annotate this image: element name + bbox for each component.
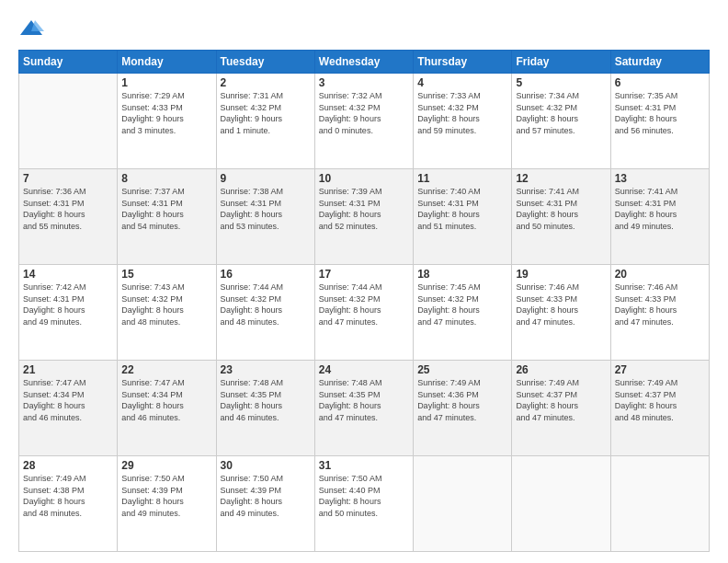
- day-info: Sunrise: 7:41 AM Sunset: 4:31 PM Dayligh…: [615, 186, 705, 232]
- calendar-cell: 24Sunrise: 7:48 AM Sunset: 4:35 PM Dayli…: [314, 361, 413, 456]
- day-info: Sunrise: 7:44 AM Sunset: 4:32 PM Dayligh…: [221, 282, 311, 327]
- calendar-cell: 17Sunrise: 7:44 AM Sunset: 4:32 PM Dayli…: [314, 265, 413, 361]
- calendar-cell: 29Sunrise: 7:50 AM Sunset: 4:39 PM Dayli…: [118, 456, 216, 552]
- weekday-header-saturday: Saturday: [610, 51, 709, 74]
- calendar-cell: 28Sunrise: 7:49 AM Sunset: 4:38 PM Dayli…: [19, 456, 118, 552]
- day-info: Sunrise: 7:40 AM Sunset: 4:31 PM Dayligh…: [417, 186, 507, 232]
- day-info: Sunrise: 7:34 AM Sunset: 4:32 PM Dayligh…: [516, 90, 606, 136]
- weekday-header-monday: Monday: [118, 51, 216, 74]
- day-number: 16: [221, 268, 311, 281]
- day-info: Sunrise: 7:46 AM Sunset: 4:33 PM Dayligh…: [516, 282, 606, 327]
- calendar-cell: 4Sunrise: 7:33 AM Sunset: 4:32 PM Daylig…: [414, 74, 512, 169]
- calendar-cell: 5Sunrise: 7:34 AM Sunset: 4:32 PM Daylig…: [512, 74, 610, 169]
- calendar-cell: [512, 456, 610, 552]
- day-info: Sunrise: 7:42 AM Sunset: 4:31 PM Dayligh…: [23, 282, 113, 327]
- calendar-table: SundayMondayTuesdayWednesdayThursdayFrid…: [18, 50, 710, 552]
- day-info: Sunrise: 7:46 AM Sunset: 4:33 PM Dayligh…: [615, 282, 705, 327]
- day-info: Sunrise: 7:49 AM Sunset: 4:37 PM Dayligh…: [615, 377, 705, 423]
- calendar-cell: 13Sunrise: 7:41 AM Sunset: 4:31 PM Dayli…: [610, 169, 709, 265]
- week-row-1: 1Sunrise: 7:29 AM Sunset: 4:33 PM Daylig…: [19, 74, 710, 169]
- day-info: Sunrise: 7:35 AM Sunset: 4:31 PM Dayligh…: [615, 90, 705, 136]
- day-number: 11: [417, 172, 507, 185]
- day-info: Sunrise: 7:48 AM Sunset: 4:35 PM Dayligh…: [319, 377, 409, 423]
- calendar-cell: 22Sunrise: 7:47 AM Sunset: 4:34 PM Dayli…: [118, 361, 216, 456]
- day-number: 6: [615, 76, 705, 89]
- day-number: 18: [417, 268, 507, 281]
- day-number: 1: [121, 76, 211, 89]
- calendar-cell: 2Sunrise: 7:31 AM Sunset: 4:32 PM Daylig…: [216, 74, 314, 169]
- day-number: 17: [319, 268, 409, 281]
- day-info: Sunrise: 7:37 AM Sunset: 4:31 PM Dayligh…: [121, 186, 211, 232]
- svg-marker-1: [31, 20, 44, 31]
- calendar-header: SundayMondayTuesdayWednesdayThursdayFrid…: [19, 51, 710, 74]
- day-info: Sunrise: 7:33 AM Sunset: 4:32 PM Dayligh…: [417, 90, 507, 136]
- calendar-cell: 19Sunrise: 7:46 AM Sunset: 4:33 PM Dayli…: [512, 265, 610, 361]
- day-number: 23: [221, 363, 311, 376]
- day-info: Sunrise: 7:44 AM Sunset: 4:32 PM Dayligh…: [319, 282, 409, 327]
- week-row-5: 28Sunrise: 7:49 AM Sunset: 4:38 PM Dayli…: [19, 456, 710, 552]
- calendar-cell: 11Sunrise: 7:40 AM Sunset: 4:31 PM Dayli…: [414, 169, 512, 265]
- day-info: Sunrise: 7:29 AM Sunset: 4:33 PM Dayligh…: [121, 90, 211, 136]
- day-number: 3: [319, 76, 409, 89]
- calendar-cell: [610, 456, 709, 552]
- calendar-cell: 31Sunrise: 7:50 AM Sunset: 4:40 PM Dayli…: [314, 456, 413, 552]
- weekday-header-tuesday: Tuesday: [216, 51, 314, 74]
- day-info: Sunrise: 7:47 AM Sunset: 4:34 PM Dayligh…: [23, 377, 113, 423]
- day-number: 31: [319, 459, 409, 472]
- day-info: Sunrise: 7:45 AM Sunset: 4:32 PM Dayligh…: [417, 282, 507, 327]
- day-number: 29: [121, 459, 211, 472]
- day-info: Sunrise: 7:31 AM Sunset: 4:32 PM Dayligh…: [221, 90, 311, 136]
- week-row-2: 7Sunrise: 7:36 AM Sunset: 4:31 PM Daylig…: [19, 169, 710, 265]
- calendar-cell: [19, 74, 118, 169]
- day-info: Sunrise: 7:36 AM Sunset: 4:31 PM Dayligh…: [23, 186, 113, 232]
- day-number: 28: [23, 459, 113, 472]
- day-number: 15: [121, 268, 211, 281]
- calendar-cell: 14Sunrise: 7:42 AM Sunset: 4:31 PM Dayli…: [19, 265, 118, 361]
- header: [18, 17, 710, 42]
- day-info: Sunrise: 7:50 AM Sunset: 4:39 PM Dayligh…: [121, 473, 211, 519]
- day-info: Sunrise: 7:39 AM Sunset: 4:31 PM Dayligh…: [319, 186, 409, 232]
- calendar-cell: 3Sunrise: 7:32 AM Sunset: 4:32 PM Daylig…: [314, 74, 413, 169]
- calendar-cell: 6Sunrise: 7:35 AM Sunset: 4:31 PM Daylig…: [610, 74, 709, 169]
- calendar-cell: 1Sunrise: 7:29 AM Sunset: 4:33 PM Daylig…: [118, 74, 216, 169]
- calendar-body: 1Sunrise: 7:29 AM Sunset: 4:33 PM Daylig…: [19, 74, 710, 552]
- day-number: 4: [417, 76, 507, 89]
- day-info: Sunrise: 7:50 AM Sunset: 4:39 PM Dayligh…: [221, 473, 311, 519]
- calendar-cell: [414, 456, 512, 552]
- calendar-cell: 8Sunrise: 7:37 AM Sunset: 4:31 PM Daylig…: [118, 169, 216, 265]
- day-number: 26: [516, 363, 606, 376]
- day-number: 27: [615, 363, 705, 376]
- day-number: 30: [221, 459, 311, 472]
- calendar-cell: 12Sunrise: 7:41 AM Sunset: 4:31 PM Dayli…: [512, 169, 610, 265]
- day-number: 12: [516, 172, 606, 185]
- day-number: 20: [615, 268, 705, 281]
- day-number: 22: [121, 363, 211, 376]
- day-info: Sunrise: 7:49 AM Sunset: 4:36 PM Dayligh…: [417, 377, 507, 423]
- day-info: Sunrise: 7:50 AM Sunset: 4:40 PM Dayligh…: [319, 473, 409, 519]
- day-info: Sunrise: 7:41 AM Sunset: 4:31 PM Dayligh…: [516, 186, 606, 232]
- day-info: Sunrise: 7:43 AM Sunset: 4:32 PM Dayligh…: [121, 282, 211, 327]
- day-number: 14: [23, 268, 113, 281]
- day-info: Sunrise: 7:49 AM Sunset: 4:38 PM Dayligh…: [23, 473, 113, 519]
- calendar-cell: 26Sunrise: 7:49 AM Sunset: 4:37 PM Dayli…: [512, 361, 610, 456]
- day-number: 13: [615, 172, 705, 185]
- day-info: Sunrise: 7:49 AM Sunset: 4:37 PM Dayligh…: [516, 377, 606, 423]
- day-info: Sunrise: 7:32 AM Sunset: 4:32 PM Dayligh…: [319, 90, 409, 136]
- day-number: 9: [221, 172, 311, 185]
- calendar-cell: 21Sunrise: 7:47 AM Sunset: 4:34 PM Dayli…: [19, 361, 118, 456]
- day-info: Sunrise: 7:47 AM Sunset: 4:34 PM Dayligh…: [121, 377, 211, 423]
- day-info: Sunrise: 7:38 AM Sunset: 4:31 PM Dayligh…: [221, 186, 311, 232]
- weekday-header-wednesday: Wednesday: [314, 51, 413, 74]
- logo-icon: [18, 17, 44, 42]
- week-row-4: 21Sunrise: 7:47 AM Sunset: 4:34 PM Dayli…: [19, 361, 710, 456]
- day-number: 8: [121, 172, 211, 185]
- calendar-cell: 15Sunrise: 7:43 AM Sunset: 4:32 PM Dayli…: [118, 265, 216, 361]
- day-number: 25: [417, 363, 507, 376]
- weekday-header-thursday: Thursday: [414, 51, 512, 74]
- day-number: 10: [319, 172, 409, 185]
- calendar-cell: 30Sunrise: 7:50 AM Sunset: 4:39 PM Dayli…: [216, 456, 314, 552]
- day-number: 7: [23, 172, 113, 185]
- weekday-row: SundayMondayTuesdayWednesdayThursdayFrid…: [19, 51, 710, 74]
- day-number: 2: [221, 76, 311, 89]
- calendar-cell: 10Sunrise: 7:39 AM Sunset: 4:31 PM Dayli…: [314, 169, 413, 265]
